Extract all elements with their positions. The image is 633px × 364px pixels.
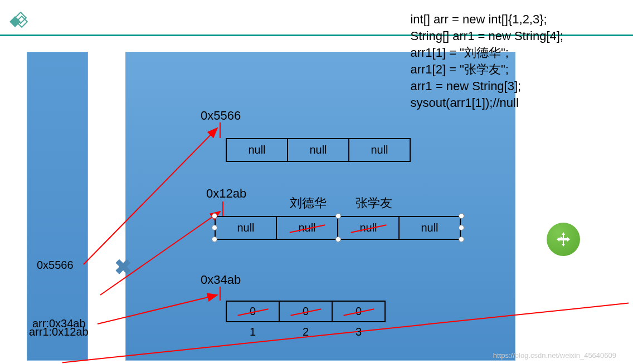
selection-handle[interactable] xyxy=(335,237,341,242)
code-block: int[] arr = new int[]{1,2,3}; String[] a… xyxy=(410,11,563,111)
selection-handle[interactable] xyxy=(459,237,464,242)
array-index: 1 xyxy=(226,322,279,342)
array-cell-struck: 0 xyxy=(332,301,385,322)
array-34ab: 0 0 0 1 2 3 xyxy=(226,301,386,342)
move-cursor-badge[interactable] xyxy=(547,223,580,256)
array-cell-struck: null xyxy=(276,217,338,239)
selection-handle[interactable] xyxy=(335,213,341,219)
address-label-34ab: 0x34ab xyxy=(201,273,241,287)
code-line: String[] arr1 = new String[4]; xyxy=(410,29,563,43)
code-line: arr1[1] = "刘德华"; xyxy=(410,46,508,60)
svg-rect-1 xyxy=(9,16,21,27)
array-cell-struck: 0 xyxy=(279,301,332,322)
selection-handle[interactable] xyxy=(212,213,217,219)
array-cell: null xyxy=(226,139,288,161)
array-cell: null xyxy=(288,139,349,161)
stack-label-5566: 0x5566 xyxy=(37,259,74,272)
array-5566: null null null xyxy=(226,138,411,162)
selection-handle[interactable] xyxy=(459,225,464,230)
code-line: arr1[2] = "张学友"; xyxy=(410,62,508,76)
selection-handle[interactable] xyxy=(212,225,217,230)
close-icon[interactable]: ✖ xyxy=(114,255,132,279)
smudge-overlay xyxy=(552,8,625,31)
watermark-text: https://blog.csdn.net/weixin_45640609 xyxy=(493,351,616,360)
logo-icon xyxy=(7,10,29,35)
array-cell: null xyxy=(349,139,410,161)
array-cell-struck: 0 xyxy=(226,301,279,322)
array-cell: null xyxy=(399,217,460,239)
overlay-label-zhangxueyou: 张学友 xyxy=(356,195,392,211)
selection-handle[interactable] xyxy=(212,237,217,242)
overlay-label-liudehua: 刘德华 xyxy=(290,195,327,211)
address-label-12ab: 0x12ab xyxy=(206,186,246,201)
array-index: 2 xyxy=(279,322,332,342)
code-line: int[] arr = new int[]{1,2,3}; xyxy=(410,12,547,26)
array-index: 3 xyxy=(332,322,385,342)
address-label-5566: 0x5566 xyxy=(201,109,241,123)
array-cell-struck: null xyxy=(338,217,399,239)
code-line: sysout(arr1[1]);//null xyxy=(410,96,518,110)
stack-label-arr: arr:0x34ab xyxy=(32,317,86,330)
stack-memory-box xyxy=(27,52,88,361)
code-line: arr1 = new String[3]; xyxy=(410,79,521,93)
selection-handle[interactable] xyxy=(459,213,464,219)
array-cell: null xyxy=(215,217,276,239)
